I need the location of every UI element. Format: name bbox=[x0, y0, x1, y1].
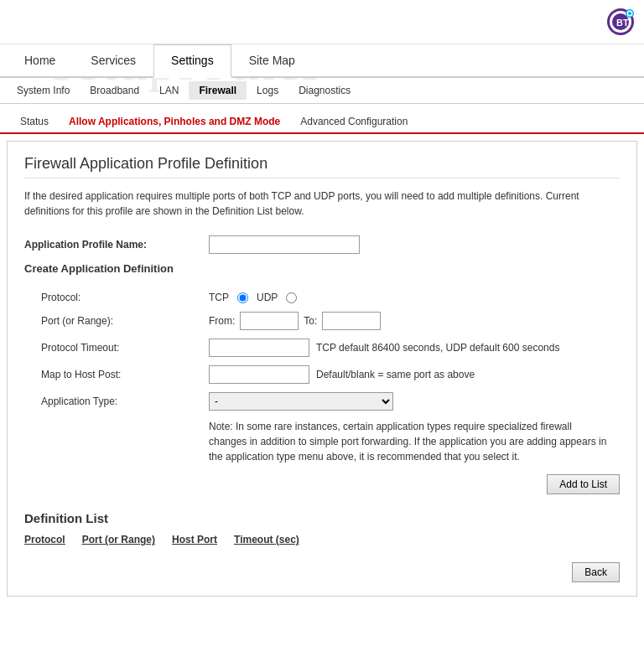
nav-home[interactable]: Home bbox=[7, 44, 73, 76]
nav-settings[interactable]: Settings bbox=[153, 44, 231, 78]
add-btn-row: Add to List bbox=[24, 474, 620, 494]
app-type-label: Application Type: bbox=[24, 395, 209, 407]
protocol-timeout-row: Protocol Timeout: TCP default 86400 seco… bbox=[24, 339, 620, 357]
port-range-label: Port (or Range): bbox=[24, 315, 209, 327]
back-button[interactable]: Back bbox=[572, 562, 620, 582]
subnav-logs[interactable]: Logs bbox=[247, 81, 288, 100]
bt-logo: BT bbox=[594, 7, 634, 37]
app-profile-name-label: Application Profile Name: bbox=[24, 239, 209, 251]
protocol-label: Protocol: bbox=[24, 292, 209, 303]
nav-services[interactable]: Services bbox=[73, 44, 153, 76]
app-type-select[interactable]: - bbox=[209, 392, 393, 411]
port-from-input[interactable] bbox=[240, 312, 299, 330]
main-content: Firewall Application Profile Definition … bbox=[7, 141, 637, 597]
description-text: If the desired application requires mult… bbox=[24, 189, 620, 219]
subnav-diagnostics[interactable]: Diagnostics bbox=[288, 81, 361, 100]
app-profile-name-row: Application Profile Name: bbox=[24, 235, 620, 254]
port-inputs: From: To: bbox=[209, 312, 381, 330]
top-navigation: Home Services Settings Site Map bbox=[0, 44, 644, 78]
page-title: Firewall Application Profile Definition bbox=[24, 155, 620, 178]
subnav-systeminfo[interactable]: System Info bbox=[7, 81, 80, 100]
note-container: Note: In some rare instances, certain ap… bbox=[24, 419, 620, 464]
tab-allow-applications[interactable]: Allow Applications, Pinholes and DMZ Mod… bbox=[59, 111, 290, 134]
tab-bar: Status Allow Applications, Pinholes and … bbox=[0, 104, 644, 134]
subnav-lan[interactable]: LAN bbox=[149, 81, 189, 100]
definition-list-headers: Protocol Port (or Range) Host Port Timeo… bbox=[24, 534, 620, 545]
map-host-port-input[interactable] bbox=[209, 365, 309, 384]
protocol-timeout-input[interactable] bbox=[209, 339, 309, 357]
nav-sitemap[interactable]: Site Map bbox=[231, 44, 313, 76]
protocol-timeout-label: Protocol Timeout: bbox=[24, 342, 209, 354]
app-type-row: Application Type: - bbox=[24, 392, 620, 411]
bt-logo-image: BT bbox=[594, 7, 634, 37]
svg-text:BT: BT bbox=[616, 18, 629, 28]
udp-label: UDP bbox=[257, 292, 278, 303]
col-port-range[interactable]: Port (or Range) bbox=[82, 534, 155, 545]
to-label: To: bbox=[304, 315, 317, 327]
page-header: BT bbox=[0, 0, 644, 44]
col-protocol[interactable]: Protocol bbox=[24, 534, 65, 545]
subnav-firewall[interactable]: Firewall bbox=[189, 81, 247, 100]
definition-list-title: Definition List bbox=[24, 511, 620, 525]
subnav-broadband[interactable]: Broadband bbox=[80, 81, 149, 100]
tab-status[interactable]: Status bbox=[10, 111, 59, 132]
map-host-port-hint: Default/blank = same port as above bbox=[316, 369, 475, 380]
protocol-udp-radio[interactable] bbox=[286, 292, 297, 303]
note-text: Note: In some rare instances, certain ap… bbox=[209, 419, 611, 464]
col-host-port[interactable]: Host Port bbox=[172, 534, 217, 545]
create-app-def-header-row: Create Application Definition bbox=[24, 262, 620, 283]
map-host-port-row: Map to Host Post: Default/blank = same p… bbox=[24, 365, 620, 384]
svg-point-6 bbox=[628, 12, 631, 15]
sub-navigation: System Info Broadband LAN Firewall Logs … bbox=[0, 78, 644, 104]
create-app-def-label: Create Application Definition bbox=[24, 262, 174, 275]
map-host-port-label: Map to Host Post: bbox=[24, 369, 209, 380]
port-to-input[interactable] bbox=[322, 312, 381, 330]
add-to-list-button[interactable]: Add to List bbox=[547, 474, 620, 494]
col-timeout[interactable]: Timeout (sec) bbox=[234, 534, 299, 545]
protocol-row: Protocol: TCP UDP bbox=[24, 292, 620, 303]
app-profile-name-input[interactable] bbox=[209, 235, 360, 254]
from-label: From: bbox=[209, 315, 235, 327]
tcp-label: TCP bbox=[209, 292, 229, 303]
definition-list-section: Definition List Protocol Port (or Range)… bbox=[24, 511, 620, 545]
back-btn-row: Back bbox=[24, 562, 620, 582]
port-range-row: Port (or Range): From: To: bbox=[24, 312, 620, 330]
protocol-timeout-hint: TCP default 86400 seconds, UDP default 6… bbox=[316, 342, 559, 354]
tab-advanced-config[interactable]: Advanced Configuration bbox=[290, 111, 418, 132]
protocol-options: TCP UDP bbox=[209, 292, 299, 303]
protocol-tcp-radio[interactable] bbox=[237, 292, 248, 303]
